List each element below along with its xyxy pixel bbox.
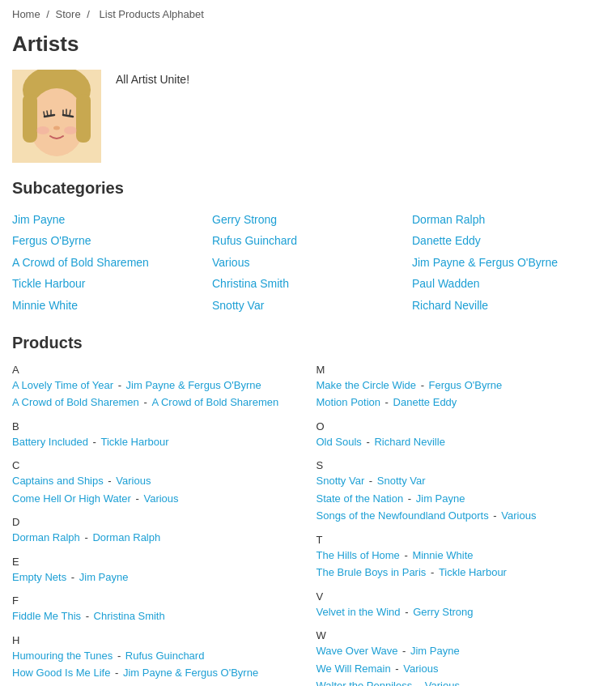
product-artist-link[interactable]: Various: [116, 475, 151, 487]
svg-rect-3: [23, 94, 37, 143]
product-artist-link[interactable]: Jim Payne: [416, 492, 465, 505]
subcategory-danette[interactable]: Danette Eddy: [412, 232, 604, 249]
product-separator: -: [114, 650, 124, 662]
subcategory-gerry[interactable]: Gerry Strong: [212, 211, 404, 228]
letter-heading: C: [12, 459, 300, 471]
product-artist-link[interactable]: Jim Payne & Fergus O'Byrne: [123, 667, 258, 679]
product-name-link[interactable]: Captains and Ships: [12, 475, 104, 487]
product-name-link[interactable]: Battery Included: [12, 436, 88, 448]
product-letter-group: TThe Hills of Home - Minnie WhiteThe Bru…: [316, 534, 605, 582]
product-artist-link[interactable]: Dorman Ralph: [92, 531, 160, 543]
product-name-link[interactable]: Empty Nets: [12, 571, 66, 583]
subcategory-rufus[interactable]: Rufus Guinchard: [212, 232, 404, 249]
product-artist-link[interactable]: Snotty Var: [377, 475, 426, 487]
product-name-link[interactable]: Old Souls: [316, 436, 362, 448]
product-separator: -: [414, 680, 423, 686]
product-entry: We Will Remain - Various: [316, 661, 605, 677]
subcategory-col-1: Jim Payne Fergus O'Byrne A Crowd of Bold…: [12, 211, 204, 314]
letter-heading: A: [12, 364, 300, 376]
product-separator: -: [418, 379, 427, 391]
subcategory-col-2: Gerry Strong Rufus Guinchard Various Chr…: [212, 211, 404, 314]
subcategory-jim-fergus[interactable]: Jim Payne & Fergus O'Byrne: [412, 254, 604, 271]
product-artist-link[interactable]: A Crowd of Bold Sharemen: [151, 396, 278, 408]
product-separator: -: [105, 475, 115, 487]
subcategories-grid: Jim Payne Fergus O'Byrne A Crowd of Bold…: [12, 211, 604, 314]
product-separator: -: [90, 436, 100, 448]
subcategory-richard[interactable]: Richard Neville: [412, 296, 604, 314]
product-name-link[interactable]: A Crowd of Bold Sharemen: [12, 396, 139, 408]
subcategory-snotty[interactable]: Snotty Var: [212, 296, 404, 314]
product-separator: -: [133, 492, 142, 505]
product-name-link[interactable]: Wave Over Wave: [316, 645, 398, 657]
product-artist-link[interactable]: Gerry Strong: [413, 606, 473, 618]
product-letter-group: BBattery Included - Tickle Harbour: [12, 420, 300, 452]
product-name-link[interactable]: Walter the Penniless: [316, 680, 413, 686]
product-artist-link[interactable]: Jim Payne & Fergus O'Byrne: [126, 379, 261, 391]
artist-tagline: All Artist Unite!: [116, 70, 189, 86]
product-name-link[interactable]: Snotty Var: [316, 475, 365, 487]
product-artist-link[interactable]: Christina Smith: [94, 610, 165, 622]
product-letter-group: VVelvet in the Wind - Gerry Strong: [316, 590, 605, 622]
subcategory-jim-payne[interactable]: Jim Payne: [12, 211, 204, 228]
product-entry: Dorman Ralph - Dorman Ralph: [12, 530, 300, 546]
product-name-link[interactable]: The Hills of Home: [316, 549, 400, 561]
breadcrumb-store[interactable]: Store: [56, 8, 81, 20]
product-separator: -: [491, 509, 500, 522]
product-letter-group: CCaptains and Ships - VariousCome Hell O…: [12, 459, 300, 508]
product-letter-group: DDorman Ralph - Dorman Ralph: [12, 516, 300, 548]
product-entry: How Good Is Me Life - Jim Payne & Fergus…: [12, 665, 300, 681]
product-entry: The Hills of Home - Minnie White: [316, 548, 605, 564]
subcategory-minnie[interactable]: Minnie White: [12, 296, 204, 314]
breadcrumb-home[interactable]: Home: [12, 8, 40, 20]
product-entry: Humouring the Tunes - Rufus Guinchard: [12, 648, 300, 664]
product-name-link[interactable]: Songs of the Newfoundland Outports: [316, 509, 489, 522]
product-name-link[interactable]: We Will Remain: [316, 663, 391, 675]
product-artist-link[interactable]: Rufus Guinchard: [125, 650, 205, 662]
letter-heading: B: [12, 420, 300, 432]
product-name-link[interactable]: Dorman Ralph: [12, 531, 80, 543]
product-artist-link[interactable]: Tickle Harbour: [101, 436, 169, 448]
product-separator: -: [68, 571, 78, 583]
product-name-link[interactable]: Velvet in the Wind: [316, 606, 401, 618]
product-name-link[interactable]: Fiddle Me This: [12, 610, 81, 622]
letter-heading: D: [12, 516, 300, 528]
product-name-link[interactable]: Motion Potion: [316, 396, 381, 408]
product-name-link[interactable]: Make the Circle Wide: [316, 379, 417, 391]
product-artist-link[interactable]: Various: [143, 492, 178, 505]
product-artist-link[interactable]: Jim Payne: [410, 645, 460, 657]
product-separator: -: [402, 606, 412, 618]
subcategory-crowd[interactable]: A Crowd of Bold Sharemen: [12, 254, 204, 271]
product-artist-link[interactable]: Various: [501, 509, 536, 522]
product-artist-link[interactable]: Various: [425, 680, 460, 686]
product-entry: Velvet in the Wind - Gerry Strong: [316, 604, 605, 620]
subcategory-dorman[interactable]: Dorman Ralph: [412, 211, 604, 228]
svg-point-13: [53, 126, 60, 130]
product-name-link[interactable]: A Lovely Time of Year: [12, 379, 113, 391]
subcategory-christina[interactable]: Christina Smith: [212, 275, 404, 292]
subcategory-various[interactable]: Various: [212, 254, 404, 271]
product-artist-link[interactable]: Tickle Harbour: [439, 566, 507, 578]
product-separator: -: [399, 645, 409, 657]
svg-line-12: [70, 110, 70, 115]
product-name-link[interactable]: Humouring the Tunes: [12, 650, 113, 662]
subcategory-fergus[interactable]: Fergus O'Byrne: [12, 232, 204, 249]
product-separator: -: [393, 663, 402, 675]
product-name-link[interactable]: Come Hell Or High Water: [12, 492, 131, 505]
product-name-link[interactable]: The Brule Boys in Paris: [316, 566, 427, 578]
products-right-col: MMake the Circle Wide - Fergus O'ByrneMo…: [316, 364, 605, 686]
svg-line-6: [44, 112, 45, 117]
subcategory-paul[interactable]: Paul Wadden: [412, 275, 604, 292]
product-artist-link[interactable]: Various: [403, 663, 438, 675]
product-artist-link[interactable]: Minnie White: [412, 549, 473, 561]
product-artist-link[interactable]: Richard Neville: [374, 436, 444, 448]
product-artist-link[interactable]: Danette Eddy: [393, 396, 457, 408]
product-letter-group: FFiddle Me This - Christina Smith: [12, 594, 300, 626]
products-section: Products AA Lovely Time of Year - Jim Pa…: [12, 334, 604, 686]
product-name-link[interactable]: How Good Is Me Life: [12, 667, 110, 679]
subcategory-tickle[interactable]: Tickle Harbour: [12, 275, 204, 292]
letter-heading: V: [316, 590, 605, 603]
subcategory-col-3: Dorman Ralph Danette Eddy Jim Payne & Fe…: [412, 211, 604, 314]
product-artist-link[interactable]: Jim Payne: [79, 571, 129, 583]
product-artist-link[interactable]: Fergus O'Byrne: [429, 379, 503, 391]
product-name-link[interactable]: State of the Nation: [316, 492, 404, 505]
